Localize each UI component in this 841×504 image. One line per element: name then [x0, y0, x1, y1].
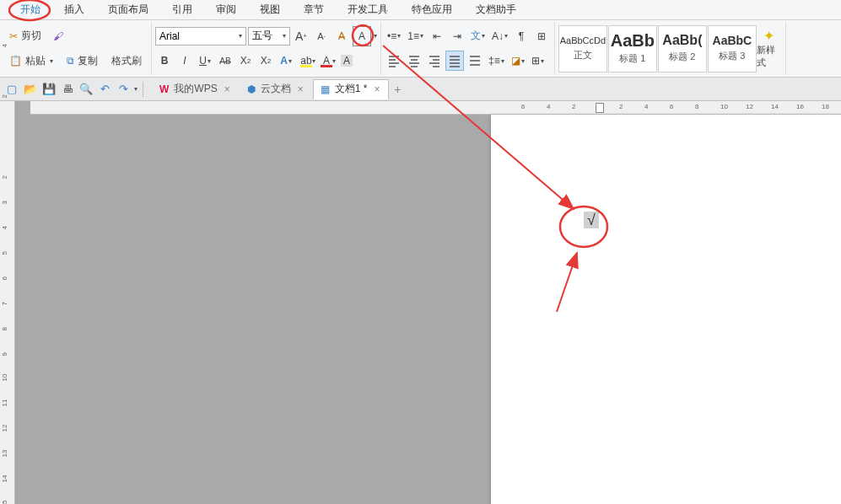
- menu-insert[interactable]: 插入: [52, 0, 96, 19]
- chevron-down-icon: ▾: [283, 32, 286, 40]
- align-justify-button[interactable]: [445, 51, 464, 71]
- indent-marker[interactable]: [596, 103, 604, 113]
- vertical-ruler[interactable]: 4223456789101112131415: [0, 101, 15, 504]
- text-effects-button[interactable]: A▾: [277, 51, 295, 71]
- menu-view[interactable]: 视图: [248, 0, 292, 19]
- qat-redo[interactable]: ↷: [115, 81, 132, 98]
- font-group: Arial ▾ 五号 ▾ A+ A- A̶ A ▾ B I U▾ AB X2 X…: [152, 22, 381, 75]
- document-canvas[interactable]: 6422468101214161820 √: [15, 101, 841, 504]
- tab-cloud-docs[interactable]: ⬢ 云文档 ×: [240, 79, 313, 99]
- add-tab-button[interactable]: +: [389, 83, 406, 96]
- menu-featured[interactable]: 特色应用: [400, 0, 464, 19]
- style-heading-3[interactable]: AaBbC 标题 3: [708, 25, 757, 72]
- chevron-down-icon[interactable]: ▾: [374, 32, 377, 40]
- increase-indent-button[interactable]: ⇥: [448, 26, 466, 46]
- paste-button[interactable]: 📋 粘贴 ▾: [3, 51, 59, 71]
- bullets-button[interactable]: •≡▾: [385, 26, 403, 46]
- numbering-button[interactable]: 1≡▾: [405, 26, 426, 46]
- undo-icon: ↶: [100, 83, 110, 95]
- font-size-value: 五号: [252, 29, 272, 43]
- qat-undo[interactable]: ↶: [96, 81, 113, 98]
- clear-format-button[interactable]: A̶: [332, 26, 351, 46]
- shading-button[interactable]: ◪▾: [509, 51, 527, 71]
- font-color-button[interactable]: A▾: [317, 51, 336, 71]
- char-border-button[interactable]: A: [353, 26, 371, 46]
- new-style-button[interactable]: ✦ 新样式: [757, 25, 782, 72]
- align-justify-icon: [448, 54, 461, 67]
- qat-save[interactable]: 💾: [40, 81, 57, 98]
- wps-icon: W: [159, 83, 169, 95]
- tab-document-1[interactable]: ▦ 文档1 * ×: [313, 79, 390, 99]
- new-doc-icon: ▢: [7, 83, 17, 95]
- document-text[interactable]: √: [584, 212, 599, 229]
- style-gallery: AaBbCcDd 正文 AaBb 标题 1 AaBb( 标题 2 AaBbC 标…: [558, 25, 757, 72]
- font-name-select[interactable]: Arial ▾: [155, 27, 246, 46]
- horizontal-ruler[interactable]: 6422468101214161820: [30, 101, 841, 115]
- document-page[interactable]: √: [491, 115, 841, 504]
- menu-page-layout[interactable]: 页面布局: [96, 0, 160, 19]
- italic-label: I: [183, 55, 186, 67]
- folder-open-icon: 📂: [24, 83, 37, 95]
- qat-more[interactable]: ▾: [134, 85, 137, 93]
- text-direction-button[interactable]: 文▾: [468, 26, 488, 46]
- divider: [143, 82, 143, 97]
- bold-button[interactable]: B: [155, 51, 174, 71]
- menu-start[interactable]: 开始: [8, 0, 52, 19]
- ruler-mark: 4: [644, 103, 648, 110]
- copy-icon: ⧉: [67, 55, 74, 67]
- sort-button[interactable]: A↓▾: [489, 26, 510, 46]
- chevron-down-icon: ▾: [312, 57, 315, 65]
- subscript-button[interactable]: X2: [256, 51, 275, 71]
- cut-button[interactable]: ✂ 剪切: [3, 26, 47, 46]
- distribute-button[interactable]: [466, 51, 484, 71]
- ruler-mark: 2: [572, 103, 575, 110]
- tabs-button[interactable]: ⊞▾: [529, 51, 547, 71]
- ruler-mark: 6: [1, 276, 8, 280]
- menu-doc-assistant[interactable]: 文档助手: [464, 0, 528, 19]
- brush-icon: 🖌: [53, 30, 63, 42]
- line-spacing-button[interactable]: ‡≡▾: [486, 51, 507, 71]
- strike-button[interactable]: AB: [216, 51, 235, 71]
- quick-access-toolbar: ▢ 📂 💾 🖶 🔍 ↶ ↷ ▾: [3, 81, 152, 98]
- grow-font-button[interactable]: A+: [292, 26, 310, 46]
- decrease-indent-button[interactable]: ⇤: [428, 26, 446, 46]
- font-size-select[interactable]: 五号 ▾: [248, 27, 290, 46]
- align-left-button[interactable]: [385, 51, 403, 71]
- shrink-font-button[interactable]: A-: [312, 26, 331, 46]
- align-center-button[interactable]: [405, 51, 423, 71]
- menu-developer[interactable]: 开发工具: [336, 0, 400, 19]
- clipboard-group: ✂ 剪切 🖌 📋 粘贴 ▾ ⧉ 复制 格式刷: [0, 22, 152, 75]
- style-heading-1[interactable]: AaBb 标题 1: [608, 25, 657, 72]
- ruler-mark: 4: [1, 226, 8, 229]
- chevron-down-icon: ▾: [504, 32, 508, 40]
- paragraph-group: •≡▾ 1≡▾ ⇤ ⇥ 文▾ A↓▾ ¶ ⊞ ‡≡▾: [381, 22, 555, 75]
- tab-close-button[interactable]: ×: [296, 83, 305, 95]
- copy-button[interactable]: ⧉ 复制: [61, 51, 104, 71]
- menu-review[interactable]: 审阅: [204, 0, 248, 19]
- italic-button[interactable]: I: [175, 51, 194, 71]
- qat-open[interactable]: 📂: [22, 81, 39, 98]
- format-painter-icon-button[interactable]: 🖌: [49, 26, 67, 46]
- char-shading-button[interactable]: A: [337, 51, 356, 71]
- borders-button[interactable]: ⊞: [532, 26, 551, 46]
- qat-preview[interactable]: 🔍: [78, 81, 94, 98]
- tab-close-button[interactable]: ×: [372, 83, 381, 95]
- format-painter-label: 格式刷: [111, 54, 142, 68]
- cloud-icon: ⬢: [247, 83, 256, 95]
- qat-print[interactable]: 🖶: [59, 81, 76, 98]
- style-normal[interactable]: AaBbCcDd 正文: [558, 25, 607, 72]
- ruler-mark: 16: [796, 103, 804, 110]
- menu-sections[interactable]: 章节: [292, 0, 336, 19]
- style-preview: AaBbCcDd: [560, 36, 606, 46]
- tab-my-wps[interactable]: W 我的WPS ×: [152, 79, 240, 99]
- align-right-button[interactable]: [425, 51, 444, 71]
- underline-button[interactable]: U▾: [196, 51, 214, 71]
- superscript-button[interactable]: X2: [236, 51, 255, 71]
- chevron-down-icon: ▾: [541, 57, 544, 65]
- highlight-button[interactable]: ab▾: [297, 51, 315, 71]
- style-heading-2[interactable]: AaBb( 标题 2: [658, 25, 707, 72]
- format-painter-button[interactable]: 格式刷: [105, 51, 148, 71]
- menu-references[interactable]: 引用: [160, 0, 204, 19]
- show-marks-button[interactable]: ¶: [512, 26, 531, 46]
- tab-close-button[interactable]: ×: [223, 83, 232, 95]
